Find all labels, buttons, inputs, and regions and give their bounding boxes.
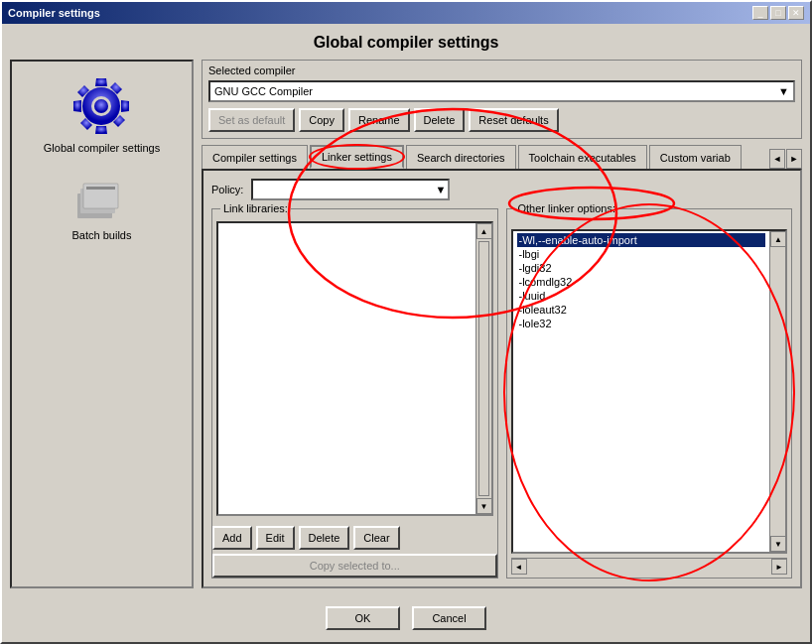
delete-button[interactable]: Delete — [414, 108, 466, 132]
compiler-dropdown[interactable]: GNU GCC Compiler ▼ — [208, 80, 795, 102]
policy-dropdown[interactable]: ▼ — [251, 179, 450, 200]
ok-button[interactable]: OK — [326, 606, 400, 630]
title-bar-text: Compiler settings — [8, 7, 100, 19]
maximize-button[interactable]: □ — [770, 6, 786, 20]
cancel-button[interactable]: Cancel — [412, 606, 486, 630]
link-libraries-scrollbar[interactable]: ▲ ▼ — [475, 223, 491, 514]
set-as-default-button[interactable]: Set as default — [208, 108, 295, 132]
compiler-select-row: GNU GCC Compiler ▼ — [208, 80, 795, 102]
other-linker-list-content: -Wl,--enable-auto-import -lbgi -lgdi32 -… — [513, 231, 770, 552]
minimize-button[interactable]: _ — [752, 6, 768, 20]
page-title: Global compiler settings — [2, 24, 810, 60]
gear-icon — [71, 76, 131, 136]
svg-marker-2 — [121, 100, 129, 112]
list-item[interactable]: -lgdi32 — [517, 261, 766, 275]
other-linker-group: Other linker options: -Wl,--enable-auto-… — [506, 208, 793, 579]
other-linker-panel: Other linker options: -Wl,--enable-auto-… — [506, 208, 793, 579]
main-window: Compiler settings _ □ ✕ Global compiler … — [0, 0, 812, 644]
list-item[interactable]: -lole32 — [517, 317, 766, 330]
link-libraries-listbox[interactable]: ▲ ▼ — [216, 221, 493, 516]
delete-lib-button[interactable]: Delete — [299, 526, 350, 550]
sidebar-item-global-compiler[interactable]: Global compiler settings — [44, 76, 160, 154]
tab-toolchain-executables[interactable]: Toolchain executables — [518, 145, 647, 169]
list-item[interactable]: -lcomdlg32 — [517, 275, 766, 289]
tab-linker-settings[interactable]: Linker settings — [310, 145, 404, 169]
window-content: Global compiler settings — [2, 24, 810, 642]
right-panel: Selected compiler GNU GCC Compiler ▼ Set… — [202, 60, 802, 588]
copy-button[interactable]: Copy — [299, 108, 344, 132]
other-scrollbar-down[interactable]: ▼ — [770, 536, 786, 552]
tab-next-button[interactable]: ► — [786, 149, 802, 169]
rename-button[interactable]: Rename — [348, 108, 410, 132]
other-linker-scrollbar-v[interactable]: ▲ ▼ — [769, 231, 785, 552]
clear-button[interactable]: Clear — [353, 526, 399, 550]
reset-defaults-button[interactable]: Reset defaults — [469, 108, 558, 132]
title-bar-controls: _ □ ✕ — [752, 6, 804, 20]
policy-row: Policy: ▼ — [211, 179, 792, 200]
tab-compiler-settings[interactable]: Compiler settings — [202, 145, 308, 169]
scrollbar-up-button[interactable]: ▲ — [476, 223, 492, 239]
tab-toolchain-executables-label: Toolchain executables — [529, 152, 636, 164]
edit-button[interactable]: Edit — [256, 526, 295, 550]
other-hscroll-right[interactable]: ► — [771, 559, 787, 575]
svg-marker-0 — [95, 78, 107, 86]
tab-nav-arrows: ◄ ► — [769, 149, 802, 169]
link-libraries-legend: Link libraries: — [220, 202, 291, 214]
compiler-value: GNU GCC Compiler — [214, 85, 313, 97]
copy-selected-row: Copy selected to... — [212, 554, 497, 578]
copy-selected-button[interactable]: Copy selected to... — [212, 554, 497, 578]
link-libraries-panel: Link libraries: ▲ ▼ — [211, 208, 498, 579]
bottom-bar: OK Cancel — [2, 596, 810, 642]
left-panel: Global compiler settings Batch builds — [10, 60, 194, 588]
other-scrollbar-up[interactable]: ▲ — [770, 231, 786, 247]
policy-dropdown-arrow[interactable]: ▼ — [436, 184, 447, 195]
list-item[interactable]: -luuid — [517, 289, 766, 303]
svg-point-10 — [94, 99, 108, 113]
tab-compiler-settings-label: Compiler settings — [212, 152, 297, 164]
svg-marker-1 — [95, 126, 107, 134]
scrollbar-down-button[interactable]: ▼ — [476, 498, 492, 514]
panels-row: Link libraries: ▲ ▼ — [211, 208, 792, 579]
selected-compiler-label: Selected compiler — [208, 64, 795, 76]
sidebar-item-batch-builds[interactable]: Batch builds — [72, 174, 132, 241]
selected-compiler-group: Selected compiler GNU GCC Compiler ▼ Set… — [202, 60, 802, 139]
close-button[interactable]: ✕ — [788, 6, 804, 20]
tab-content: Policy: ▼ Link libraries: — [202, 169, 802, 588]
policy-label: Policy: — [211, 184, 243, 195]
list-item[interactable]: -loleaut32 — [517, 303, 766, 317]
other-linker-scrollbar-h[interactable]: ◄ ► — [511, 558, 788, 574]
toolbar-row: Set as default Copy Rename Delete Reset … — [208, 108, 795, 132]
sidebar-item-batch-builds-label: Batch builds — [72, 229, 132, 241]
svg-marker-3 — [73, 100, 81, 112]
other-linker-legend: Other linker options: — [515, 202, 618, 214]
tab-container: Compiler settings Linker settings Search… — [202, 145, 802, 588]
tab-custom-variables[interactable]: Custom variab — [649, 145, 742, 169]
other-linker-listbox[interactable]: -Wl,--enable-auto-import -lbgi -lgdi32 -… — [511, 229, 788, 554]
sidebar-item-global-compiler-label: Global compiler settings — [44, 142, 160, 154]
tabs-row: Compiler settings Linker settings Search… — [202, 145, 802, 169]
title-bar: Compiler settings _ □ ✕ — [2, 2, 810, 24]
add-button[interactable]: Add — [212, 526, 252, 550]
tab-custom-variables-label: Custom variab — [660, 152, 731, 164]
batch-builds-icon — [72, 174, 132, 223]
link-buttons-row: Add Edit Delete Clear — [212, 526, 497, 550]
other-hscroll-track — [527, 559, 772, 574]
other-hscroll-left[interactable]: ◄ — [511, 559, 527, 575]
scrollbar-thumb[interactable] — [478, 241, 489, 496]
other-scrollbar-track — [770, 247, 785, 536]
main-body: Global compiler settings Batch builds — [2, 60, 810, 596]
link-libraries-group: Link libraries: ▲ ▼ — [211, 208, 498, 579]
tab-search-directories-label: Search directories — [417, 152, 505, 164]
tab-search-directories[interactable]: Search directories — [406, 145, 516, 169]
list-item[interactable]: -lbgi — [517, 247, 766, 261]
compiler-dropdown-arrow[interactable]: ▼ — [778, 85, 789, 97]
tab-linker-settings-label: Linker settings — [322, 151, 392, 163]
list-item[interactable]: -Wl,--enable-auto-import — [517, 233, 766, 247]
tab-prev-button[interactable]: ◄ — [769, 149, 785, 169]
svg-rect-14 — [86, 187, 115, 190]
